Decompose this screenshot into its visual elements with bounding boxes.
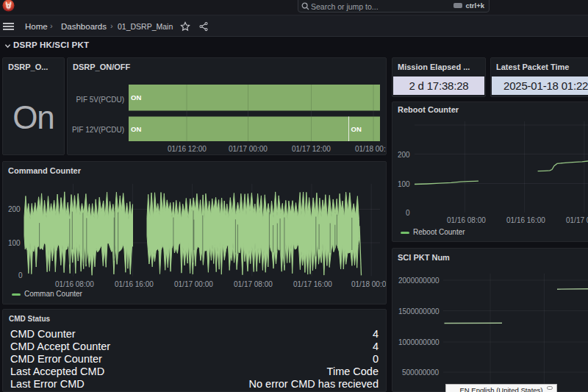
svg-text:ON: ON [351, 125, 362, 133]
svg-text:ON: ON [131, 125, 141, 133]
svg-text:ON: ON [131, 93, 141, 101]
